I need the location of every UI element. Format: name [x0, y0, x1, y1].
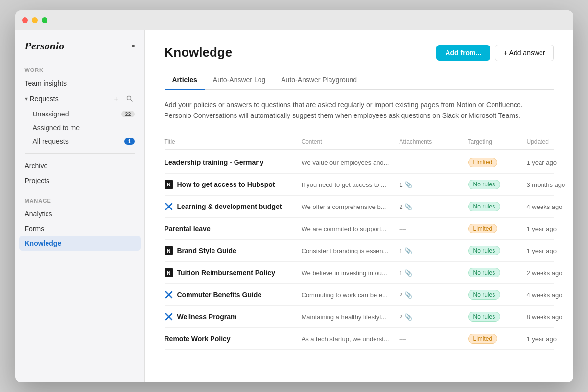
tab-auto-answer-playground[interactable]: Auto-Answer Playground: [273, 71, 365, 90]
svg-line-1: [131, 100, 132, 101]
manage-section-label: MANAGE: [15, 193, 144, 207]
search-request-button[interactable]: [125, 94, 135, 104]
targeting-badge: No rules: [468, 180, 501, 189]
x-icon: [165, 312, 173, 321]
table-row[interactable]: Leadership training - Germany We value o…: [165, 152, 554, 174]
row-updated: 4 weeks ago: [527, 291, 573, 299]
sidebar-item-all-requests[interactable]: All requests 1: [15, 135, 144, 148]
title-text: Brand Style Guide: [177, 247, 236, 254]
projects-label: Projects: [25, 177, 50, 184]
row-content: We offer a comprehensive b...: [302, 203, 400, 210]
app-window: Personio WORK Team insights ▾ Requests +: [15, 10, 573, 382]
add-request-button[interactable]: +: [111, 94, 121, 104]
table-row[interactable]: Wellness Program Maintaining a healthy l…: [165, 306, 554, 328]
row-attachments: 1 📎: [400, 247, 468, 254]
attachment-dash: ––: [400, 225, 406, 232]
assigned-label: Assigned to me: [33, 124, 80, 132]
row-updated: 8 weeks ago: [527, 313, 573, 321]
table-row[interactable]: N Brand Style Guide Consistent branding …: [165, 240, 554, 262]
tab-articles[interactable]: Articles: [165, 71, 205, 90]
title-text: Remote Work Policy: [165, 335, 231, 343]
sidebar-item-label: Team insights: [25, 79, 67, 87]
row-targeting: Limited: [468, 224, 527, 233]
table-row[interactable]: Parental leave We are commited to suppor…: [165, 218, 554, 240]
analytics-label: Analytics: [25, 210, 52, 218]
row-targeting: Limited: [468, 158, 527, 167]
logo: Personio: [25, 40, 65, 52]
title-text: Tuition Reimbursement Policy: [177, 269, 275, 277]
minimize-button[interactable]: [32, 17, 38, 23]
row-targeting: No rules: [468, 180, 527, 189]
all-requests-badge: 1: [124, 138, 134, 145]
table-row[interactable]: Learning & development budget We offer a…: [165, 196, 554, 218]
row-attachments: 2 📎: [400, 203, 468, 210]
row-content: As a tech startup, we underst...: [302, 335, 400, 343]
requests-actions: +: [111, 94, 135, 104]
row-content: If you need to get access to ...: [302, 181, 400, 188]
page-title: Knowledge: [165, 45, 233, 60]
attachment-count: 2 📎: [400, 291, 413, 299]
knowledge-label: Knowledge: [25, 239, 62, 247]
attachment-dash: ––: [400, 159, 406, 166]
forms-label: Forms: [25, 225, 45, 232]
requests-label: Requests: [30, 95, 59, 103]
sidebar-item-team-insights[interactable]: Team insights: [15, 76, 144, 91]
row-content: Maintaining a healthy lifestyl...: [302, 313, 400, 321]
sidebar-item-archive[interactable]: Archive: [15, 159, 144, 173]
x-icon: [165, 290, 173, 299]
row-content: Consistent branding is essen...: [302, 247, 400, 254]
page-header: Knowledge Add from... + Add answer: [165, 45, 554, 61]
row-targeting: No rules: [468, 268, 527, 277]
row-attachments: 1 📎: [400, 269, 468, 277]
unassigned-badge: 22: [121, 111, 134, 117]
logo-dot: [132, 45, 135, 47]
title-text: Parental leave: [165, 225, 211, 232]
row-title: Learning & development budget: [165, 202, 302, 211]
logo-area: Personio: [15, 40, 144, 62]
sidebar-item-forms[interactable]: Forms: [15, 221, 144, 236]
add-from-button[interactable]: Add from...: [436, 45, 490, 61]
row-title: N How to get access to Hubspot: [165, 180, 302, 189]
targeting-badge: No rules: [468, 268, 501, 277]
row-attachments: 1 📎: [400, 181, 468, 188]
table-row[interactable]: Commuter Benefits Guide Commuting to wor…: [165, 284, 554, 306]
notion-icon: N: [165, 180, 173, 189]
table-row[interactable]: Remote Work Policy As a tech startup, we…: [165, 328, 554, 350]
sidebar-item-knowledge[interactable]: Knowledge: [19, 236, 141, 251]
row-targeting: Limited: [468, 334, 527, 344]
description-text: Add your policies or answers to question…: [165, 99, 546, 121]
add-answer-button[interactable]: + Add answer: [495, 45, 553, 61]
x-icon: [165, 202, 173, 211]
title-text: How to get access to Hubspot: [177, 181, 275, 188]
maximize-button[interactable]: [42, 17, 47, 23]
attachment-count: 2 📎: [400, 203, 413, 210]
row-attachments: ––: [400, 335, 468, 343]
row-title: N Tuition Reimbursement Policy: [165, 268, 302, 277]
targeting-badge: No rules: [468, 246, 501, 255]
sidebar-item-analytics[interactable]: Analytics: [15, 207, 144, 221]
attachment-dash: ––: [400, 335, 406, 343]
title-text: Learning & development budget: [177, 203, 282, 210]
row-attachments: 2 📎: [400, 291, 468, 299]
row-updated: 1 year ago: [527, 225, 573, 232]
row-title: Leadership training - Germany: [165, 159, 302, 166]
table-row[interactable]: N How to get access to Hubspot If you ne…: [165, 174, 554, 196]
sidebar-item-requests[interactable]: ▾ Requests +: [15, 91, 144, 107]
title-text: Commuter Benefits Guide: [177, 291, 262, 299]
sidebar-item-projects[interactable]: Projects: [15, 173, 144, 188]
unassigned-label: Unassigned: [33, 110, 69, 118]
sidebar-item-unassigned[interactable]: Unassigned 22: [15, 107, 144, 121]
table-body: Leadership training - Germany We value o…: [165, 152, 554, 350]
chevron-icon: ▾: [25, 95, 28, 102]
row-content: Commuting to work can be e...: [302, 291, 400, 299]
row-updated: 3 months ago: [527, 181, 573, 188]
sidebar-item-assigned-to-me[interactable]: Assigned to me: [15, 121, 144, 135]
row-content: We believe in investing in ou...: [302, 269, 400, 277]
tab-auto-answer-log[interactable]: Auto-Answer Log: [205, 71, 273, 90]
row-targeting: No rules: [468, 290, 527, 300]
table-row[interactable]: N Tuition Reimbursement Policy We believ…: [165, 262, 554, 284]
close-button[interactable]: [22, 17, 28, 23]
row-title: N Brand Style Guide: [165, 246, 302, 255]
row-attachments: ––: [400, 225, 468, 232]
title-text: Leadership training - Germany: [165, 159, 264, 166]
